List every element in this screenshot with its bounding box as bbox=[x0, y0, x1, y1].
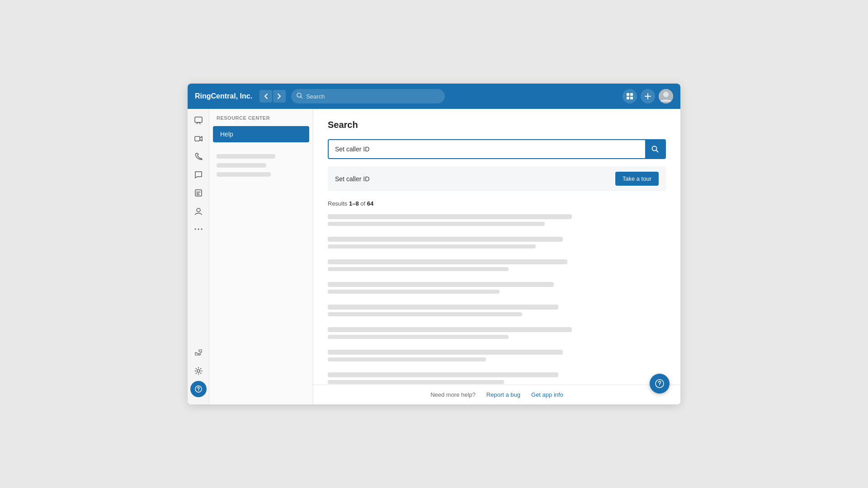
skeleton-line bbox=[217, 154, 275, 159]
sidebar-loading-skeleton bbox=[209, 143, 313, 184]
skeleton-line bbox=[328, 267, 509, 271]
nav-phone[interactable] bbox=[190, 149, 207, 165]
main-footer: Need more help? Report a bug Get app inf… bbox=[313, 385, 680, 404]
app-header: RingCentral, Inc. bbox=[188, 84, 680, 109]
nav-more[interactable] bbox=[190, 221, 207, 237]
skeleton-line bbox=[328, 357, 486, 361]
help-search-button[interactable] bbox=[645, 140, 665, 158]
svg-point-14 bbox=[197, 370, 200, 372]
sidebar-item-help[interactable]: Help bbox=[213, 126, 309, 142]
nav-tasks[interactable] bbox=[190, 185, 207, 201]
svg-point-12 bbox=[198, 229, 199, 230]
nav-video[interactable] bbox=[190, 131, 207, 147]
nav-extensions[interactable] bbox=[190, 345, 207, 361]
svg-rect-4 bbox=[630, 97, 633, 99]
svg-point-13 bbox=[201, 229, 202, 230]
brand-name: RingCentral, Inc. bbox=[195, 92, 252, 100]
skeleton-line bbox=[328, 372, 558, 377]
nav-message[interactable] bbox=[190, 167, 207, 183]
skeleton-line bbox=[328, 244, 536, 249]
svg-point-16 bbox=[652, 146, 657, 151]
skeleton-line bbox=[328, 312, 522, 316]
help-search-input[interactable] bbox=[329, 141, 645, 157]
skeleton-line bbox=[328, 282, 554, 287]
nav-settings[interactable] bbox=[190, 363, 207, 379]
help-search-box bbox=[328, 139, 666, 159]
nav-contacts[interactable] bbox=[190, 203, 207, 219]
result-item bbox=[328, 282, 666, 299]
skeleton-line bbox=[328, 237, 563, 242]
resource-center-sidebar: RESOURCE CENTER Help bbox=[209, 109, 313, 404]
skeleton-line bbox=[328, 259, 567, 264]
nav-chat[interactable] bbox=[190, 113, 207, 129]
result-item bbox=[328, 372, 666, 385]
page-title: Search bbox=[328, 120, 666, 130]
result-item bbox=[328, 350, 666, 367]
svg-rect-2 bbox=[630, 93, 633, 96]
grid-icon-button[interactable] bbox=[623, 89, 637, 103]
skeleton-line bbox=[328, 327, 572, 332]
skeleton-line bbox=[328, 222, 545, 226]
skeleton-line bbox=[328, 305, 558, 310]
results-range: 1–8 bbox=[349, 200, 359, 207]
svg-rect-3 bbox=[627, 97, 629, 99]
svg-rect-8 bbox=[195, 136, 200, 141]
suggestion-row: Set caller ID Take a tour bbox=[328, 166, 666, 191]
resource-center-title: RESOURCE CENTER bbox=[209, 109, 313, 125]
result-item bbox=[328, 214, 666, 231]
global-search-input[interactable] bbox=[306, 93, 439, 100]
main-inner: Search Set caller ID Take a tour Results… bbox=[313, 109, 680, 385]
skeleton-line bbox=[328, 214, 572, 219]
svg-rect-1 bbox=[627, 93, 629, 96]
icon-nav bbox=[188, 109, 209, 404]
app-body: RESOURCE CENTER Help Search bbox=[188, 109, 680, 404]
help-fab-button[interactable] bbox=[650, 374, 670, 394]
results-loading-skeleton bbox=[328, 214, 666, 385]
report-bug-link[interactable]: Report a bug bbox=[486, 391, 520, 398]
header-actions bbox=[623, 89, 673, 103]
result-item bbox=[328, 305, 666, 322]
nav-help[interactable] bbox=[190, 381, 207, 397]
skeleton-line bbox=[328, 380, 504, 384]
skeleton-line bbox=[328, 335, 509, 339]
svg-point-10 bbox=[197, 208, 200, 212]
svg-rect-9 bbox=[195, 190, 202, 196]
svg-point-6 bbox=[663, 92, 669, 97]
nav-back-button[interactable] bbox=[259, 90, 272, 103]
avatar[interactable] bbox=[659, 89, 673, 103]
search-icon bbox=[297, 93, 302, 100]
get-app-info-link[interactable]: Get app info bbox=[531, 391, 563, 398]
global-search-bar[interactable] bbox=[291, 89, 445, 103]
svg-rect-7 bbox=[195, 117, 202, 122]
skeleton-line bbox=[328, 350, 563, 355]
take-tour-button[interactable]: Take a tour bbox=[615, 172, 659, 186]
nav-forward-button[interactable] bbox=[273, 90, 286, 103]
results-total: 64 bbox=[367, 200, 373, 207]
add-button[interactable] bbox=[641, 89, 655, 103]
result-item bbox=[328, 259, 666, 277]
skeleton-line bbox=[328, 290, 500, 294]
results-label: Results 1–8 of 64 bbox=[328, 200, 666, 207]
result-item bbox=[328, 237, 666, 254]
skeleton-line bbox=[217, 163, 266, 168]
result-item bbox=[328, 327, 666, 344]
skeleton-line bbox=[217, 172, 271, 177]
svg-point-11 bbox=[194, 229, 196, 230]
suggestion-text: Set caller ID bbox=[335, 175, 615, 183]
footer-help-text: Need more help? bbox=[430, 391, 476, 398]
main-content: Search Set caller ID Take a tour Results… bbox=[313, 109, 680, 404]
header-nav bbox=[259, 90, 286, 103]
